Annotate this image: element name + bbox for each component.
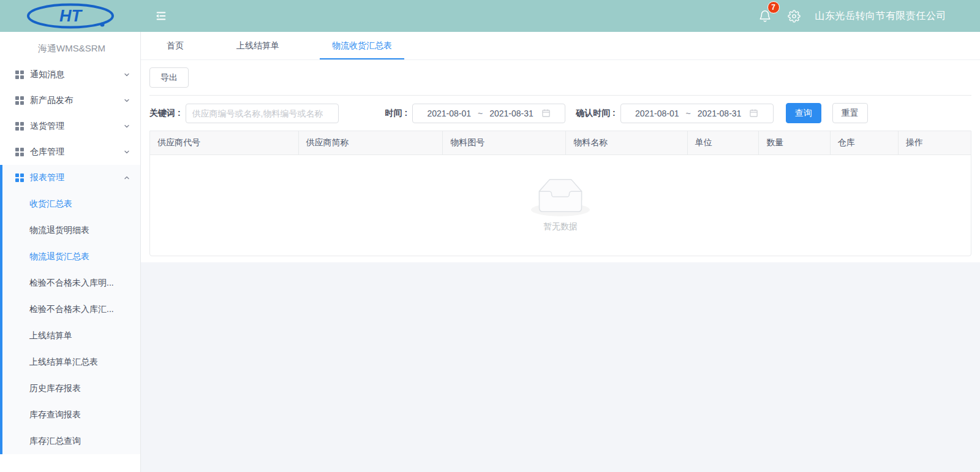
sidebar-subitem-online-settlement[interactable]: 上线结算单	[0, 322, 140, 349]
sidebar-subitem-logistics-return-detail[interactable]: 物流退货明细表	[0, 217, 140, 243]
column-header-quantity: 数量	[759, 131, 831, 154]
grid-icon	[15, 173, 24, 182]
column-header-material-name: 物料名称	[566, 131, 687, 154]
sidebar: 海通WMS&SRM 通知消息 新产品发布 送货管理 仓库管理	[0, 32, 141, 472]
sidebar-item-label: 仓库管理	[30, 147, 64, 158]
tab-bar: 首页 上线结算单 物流收货汇总表	[141, 32, 980, 60]
sidebar-item-label: 送货管理	[30, 121, 64, 132]
company-logo: HT	[0, 2, 141, 29]
sidebar-item-reports[interactable]: 报表管理	[0, 165, 140, 191]
empty-state: 暂无数据	[150, 155, 971, 256]
sidebar-subitem-online-settlement-summary[interactable]: 上线结算单汇总表	[0, 349, 140, 375]
column-header-warehouse: 仓库	[831, 131, 899, 154]
notifications-button[interactable]: 7	[758, 9, 772, 23]
chevron-up-icon	[123, 174, 130, 181]
sidebar-item-label: 新产品发布	[30, 95, 73, 106]
chevron-down-icon	[123, 123, 130, 130]
company-name: 山东光岳转向节有限责任公司	[815, 10, 947, 23]
column-header-supplier-code: 供应商代号	[150, 131, 299, 154]
sidebar-subitem-inventory-summary-query[interactable]: 库存汇总查询	[0, 428, 140, 454]
page-background	[141, 262, 980, 472]
confirm-time-label: 确认时间 :	[576, 108, 616, 119]
tab-online-settlement[interactable]: 上线结算单	[224, 32, 292, 59]
range-separator: ~	[686, 108, 691, 118]
time-start-value: 2021-08-01	[427, 108, 471, 118]
calendar-icon	[749, 108, 758, 118]
content-panel: 导出 关键词 : 时间 : 2021-08-01 ~ 2021-08-31 确	[141, 60, 980, 262]
menu-fold-icon	[154, 9, 168, 23]
sidebar-item-notifications[interactable]: 通知消息	[0, 62, 140, 88]
table-header-row: 供应商代号 供应商简称 物料图号 物料名称 单位 数量 仓库 操作	[150, 131, 971, 155]
toolbar: 导出	[149, 67, 971, 96]
sidebar-item-new-product[interactable]: 新产品发布	[0, 88, 140, 113]
header-actions: 7 山东光岳转向节有限责任公司	[758, 9, 980, 23]
confirm-end-value: 2021-08-31	[698, 108, 742, 118]
confirm-start-value: 2021-08-01	[635, 108, 679, 118]
app-root: HT 7	[0, 0, 980, 472]
sidebar-item-delivery[interactable]: 送货管理	[0, 113, 140, 139]
sidebar-group-reports: 报表管理 收货汇总表 物流退货明细表 物流退货汇总表 检验不合格未入库明... …	[0, 165, 140, 454]
sidebar-item-label: 通知消息	[30, 69, 64, 80]
grid-icon	[15, 96, 24, 105]
keyword-input[interactable]	[186, 104, 339, 123]
sidebar-subitem-logistics-return-summary[interactable]: 物流退货汇总表	[0, 243, 140, 270]
column-header-unit: 单位	[688, 131, 760, 154]
empty-state-text: 暂无数据	[543, 221, 578, 232]
sidebar-subitem-inspection-fail-detail[interactable]: 检验不合格未入库明...	[0, 270, 140, 296]
time-label: 时间 :	[385, 108, 408, 119]
range-separator: ~	[478, 108, 483, 118]
body-row: 海通WMS&SRM 通知消息 新产品发布 送货管理 仓库管理	[0, 32, 980, 472]
settings-button[interactable]	[788, 10, 801, 23]
time-end-value: 2021-08-31	[489, 108, 533, 118]
logo-text: HT	[59, 7, 83, 25]
grid-icon	[15, 148, 24, 156]
search-button[interactable]: 查询	[786, 103, 821, 123]
chevron-down-icon	[123, 71, 130, 78]
logo-icon: HT	[24, 2, 116, 29]
sidebar-item-label: 报表管理	[30, 172, 64, 183]
notification-badge: 7	[767, 1, 780, 13]
calendar-icon	[541, 108, 551, 118]
filter-row: 关键词 : 时间 : 2021-08-01 ~ 2021-08-31 确认时间 …	[149, 103, 971, 123]
sidebar-subitem-receiving-summary[interactable]: 收货汇总表	[0, 191, 140, 217]
sidebar-subitem-history-inventory-report[interactable]: 历史库存报表	[0, 375, 140, 402]
tab-logistics-receiving-summary[interactable]: 物流收货汇总表	[320, 32, 404, 59]
chevron-down-icon	[123, 97, 130, 104]
empty-box-icon	[531, 178, 590, 216]
confirm-time-range-picker[interactable]: 2021-08-01 ~ 2021-08-31	[620, 104, 774, 123]
sidebar-collapse-button[interactable]	[154, 9, 168, 23]
export-button[interactable]: 导出	[149, 67, 189, 88]
column-header-material-drawing-no: 物料图号	[443, 131, 566, 154]
sidebar-subitem-inventory-query-report[interactable]: 库存查询报表	[0, 402, 140, 428]
top-header: HT 7	[0, 0, 980, 32]
grid-icon	[15, 122, 24, 131]
chevron-down-icon	[123, 148, 130, 156]
column-header-supplier-name: 供应商简称	[299, 131, 443, 154]
grid-icon	[15, 70, 24, 79]
tab-home[interactable]: 首页	[154, 32, 196, 59]
sidebar-app-title: 海通WMS&SRM	[0, 32, 140, 62]
results-table: 供应商代号 供应商简称 物料图号 物料名称 单位 数量 仓库 操作	[149, 131, 971, 256]
sidebar-item-warehouse[interactable]: 仓库管理	[0, 139, 140, 165]
time-range-picker[interactable]: 2021-08-01 ~ 2021-08-31	[412, 104, 565, 123]
sidebar-subitem-inspection-fail-summary[interactable]: 检验不合格未入库汇...	[0, 296, 140, 322]
reset-button[interactable]: 重置	[832, 103, 868, 123]
keyword-label: 关键词 :	[149, 108, 181, 119]
column-header-actions: 操作	[899, 131, 971, 154]
gear-icon	[788, 10, 801, 23]
main-content: 首页 上线结算单 物流收货汇总表 导出 关键词 : 时间 : 2021-08-0…	[141, 32, 980, 472]
